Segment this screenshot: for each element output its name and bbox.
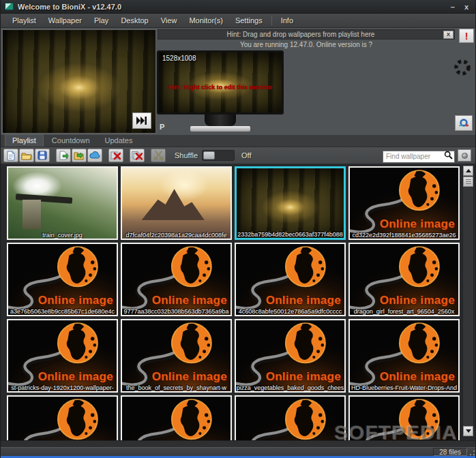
cut-button[interactable] bbox=[151, 149, 166, 162]
primary-monitor-label: P bbox=[160, 123, 164, 131]
wallpaper-thumbnail-online[interactable]: Online image 4c608c8abfe50012e786a5a9dfc… bbox=[235, 243, 346, 316]
thumbnail-filename: st-patricks-day-1920x1200-wallpaper- bbox=[8, 384, 117, 391]
monitor-stand-base bbox=[190, 126, 250, 132]
thumbnail-filename: a3e76b5063e8b9cc85b67c1de680e4c bbox=[8, 308, 117, 315]
top-panel: Hint: Drag and drop wallpapers from play… bbox=[1, 28, 476, 135]
running-version-text: You are running 12.47.0. Online version … bbox=[158, 41, 455, 48]
tab-countdown[interactable]: Countdown bbox=[45, 135, 97, 147]
online-image-label: Online image bbox=[152, 294, 227, 307]
wallpaper-thumbnail-online[interactable]: Online image bbox=[235, 395, 346, 440]
monitor-screen[interactable]: 1528x1008 Hint: Right click to edit this… bbox=[157, 50, 284, 114]
menu-desktop[interactable]: Desktop bbox=[115, 14, 154, 27]
open-playlist-button[interactable] bbox=[19, 149, 34, 162]
thumbnail-filename: the_book_of_secrets_by_shaynart-w bbox=[122, 384, 230, 391]
wallpaper-thumbnail-online[interactable]: Online image pizza_vegetables_baked_good… bbox=[235, 319, 346, 393]
wallpaper-thumbnail-online[interactable]: Online image st-patricks-day-1920x1200-w… bbox=[7, 319, 118, 393]
close-button[interactable]: x bbox=[464, 2, 468, 12]
wallpaper-thumbnail-misty[interactable]: d7fcaf04f2c20398a1a29caa4dc008fe bbox=[121, 166, 232, 240]
online-image-label: Online image bbox=[266, 370, 341, 384]
wallpaper-thumbnail-online[interactable]: Online image the_book_of_secrets_by_shay… bbox=[121, 319, 232, 393]
drag-drop-hint-bar: Hint: Drag and drop wallpapers from play… bbox=[158, 29, 455, 40]
thumbnail-filename: d7fcaf04f2c20398a1a29caa4dc008fe bbox=[122, 232, 230, 239]
menu-playlist[interactable]: Playlist bbox=[6, 14, 42, 27]
online-image-label: Online image bbox=[380, 217, 455, 231]
add-file-button[interactable] bbox=[56, 149, 71, 162]
resize-grip[interactable] bbox=[469, 450, 475, 456]
drag-drop-hint-text: Hint: Drag and drop wallpapers from play… bbox=[158, 31, 443, 38]
new-playlist-icon bbox=[6, 151, 16, 161]
remove-all-button[interactable] bbox=[130, 149, 145, 162]
window-title: Welcome to BioniX - v12.47.0 bbox=[18, 3, 121, 11]
wallpaper-thumbnail-online[interactable]: Online image HD-Blueberries-Fruit-Water-… bbox=[348, 319, 460, 393]
thumbnail-filename: dragon_girl_forest_art_96504_2560x bbox=[350, 308, 458, 315]
add-online-image-icon bbox=[89, 151, 100, 159]
online-source-button[interactable] bbox=[458, 149, 471, 162]
tab-updates[interactable]: Updates bbox=[98, 135, 140, 147]
wallpaper-thumbnail-online[interactable]: Online image dragon_girl_forest_art_9650… bbox=[348, 243, 460, 316]
tab-playlist[interactable]: Playlist bbox=[5, 134, 44, 147]
chevron-up-icon bbox=[466, 169, 471, 172]
thumbnail-filename: HD-Blueberries-Fruit-Water-Drops-And bbox=[350, 384, 458, 391]
loading-spinner-icon bbox=[453, 59, 471, 79]
minimize-button[interactable]: – bbox=[451, 2, 455, 12]
add-online-image-button[interactable] bbox=[87, 149, 102, 162]
wallpaper-thumbnail-online[interactable]: Online image bbox=[7, 395, 118, 440]
thumbnail-filename: pizza_vegetables_baked_goods_chees bbox=[236, 384, 344, 391]
monitor-edit-hint: Hint: Right click to edit this monitor bbox=[159, 84, 282, 91]
add-folder-button[interactable] bbox=[72, 149, 87, 162]
remove-all-icon bbox=[132, 151, 143, 160]
status-bar: 28 files bbox=[1, 447, 476, 456]
save-playlist-button[interactable] bbox=[35, 149, 50, 162]
wallpaper-thumbnail-online[interactable]: Online image 9777aa38cc032b308b563db7365… bbox=[121, 243, 232, 316]
scroll-down-button[interactable] bbox=[463, 426, 473, 436]
title-bar: Welcome to BioniX - v12.47.0 – x bbox=[1, 0, 476, 14]
wallpaper-thumbnail-online[interactable]: Online image a3e76b5063e8b9cc85b67c1de68… bbox=[7, 243, 118, 316]
monitor-settings-button[interactable] bbox=[455, 115, 473, 131]
open-playlist-icon bbox=[21, 151, 32, 160]
hint-close-button[interactable]: X bbox=[443, 31, 453, 39]
forest-photo bbox=[237, 168, 344, 238]
sun-glow-shape bbox=[160, 169, 209, 201]
thumbnail-filename: 2332ba759b4d82bec0663af377f4b088 bbox=[237, 231, 344, 238]
online-globe-icon bbox=[122, 397, 230, 440]
menu-play[interactable]: Play bbox=[88, 14, 115, 27]
wallpaper-thumbnail-online[interactable]: Online image bbox=[121, 395, 232, 440]
monitor-tools-icon bbox=[458, 119, 469, 128]
playlist-toolbar: Shuffle Off bbox=[1, 147, 476, 164]
monitor-stand-neck bbox=[205, 114, 236, 126]
version-alert-button[interactable]: ! bbox=[459, 29, 474, 43]
search-icon bbox=[444, 151, 453, 159]
monitor-preview[interactable]: 1528x1008 Hint: Right click to edit this… bbox=[157, 50, 284, 132]
wallpaper-thumbnail-selected[interactable]: 2332ba759b4d82bec0663af377f4b088 bbox=[235, 166, 346, 240]
current-wallpaper-preview[interactable] bbox=[2, 29, 156, 134]
vertical-scrollbar[interactable] bbox=[462, 165, 474, 438]
scroll-up-button[interactable] bbox=[463, 166, 473, 176]
shuffle-label: Shuffle bbox=[175, 151, 198, 159]
scrollbar-thumb[interactable] bbox=[463, 177, 473, 187]
menu-wallpaper[interactable]: Wallpaper bbox=[42, 14, 88, 27]
chevron-down-icon bbox=[466, 429, 471, 433]
thumbnail-filename: cd322e2d392f188841e35685273ae26 bbox=[350, 232, 458, 239]
app-icon bbox=[5, 3, 14, 10]
new-playlist-button[interactable] bbox=[3, 149, 18, 162]
search-container bbox=[383, 149, 455, 162]
menu-info[interactable]: Info bbox=[275, 14, 299, 27]
menu-settings[interactable]: Settings bbox=[229, 14, 269, 27]
thumbnail-filename: 9777aa38cc032b308b563db7365a9ba bbox=[122, 308, 230, 315]
shuffle-toggle-handle[interactable] bbox=[203, 151, 215, 159]
tab-bar: Playlist Countdown Updates bbox=[1, 135, 476, 147]
online-image-label: Online image bbox=[380, 370, 455, 384]
wallpaper-thumbnail-online[interactable]: Online image cd322e2d392f188841e35685273… bbox=[348, 166, 460, 240]
remove-file-button[interactable] bbox=[108, 149, 123, 162]
next-wallpaper-button[interactable] bbox=[132, 112, 151, 129]
menu-divider bbox=[271, 16, 272, 25]
shuffle-toggle[interactable] bbox=[202, 150, 235, 161]
online-globe-icon bbox=[8, 397, 117, 440]
menu-view[interactable]: View bbox=[155, 14, 183, 27]
online-image-label: Online image bbox=[266, 294, 341, 307]
menu-monitors[interactable]: Monitor(s) bbox=[183, 14, 229, 27]
wallpaper-thumbnail-train[interactable]: train_cover.jpg bbox=[7, 166, 118, 240]
softpedia-watermark: SOFTPEDIA bbox=[334, 421, 458, 444]
cut-icon bbox=[153, 151, 164, 160]
train-photo bbox=[8, 168, 117, 239]
